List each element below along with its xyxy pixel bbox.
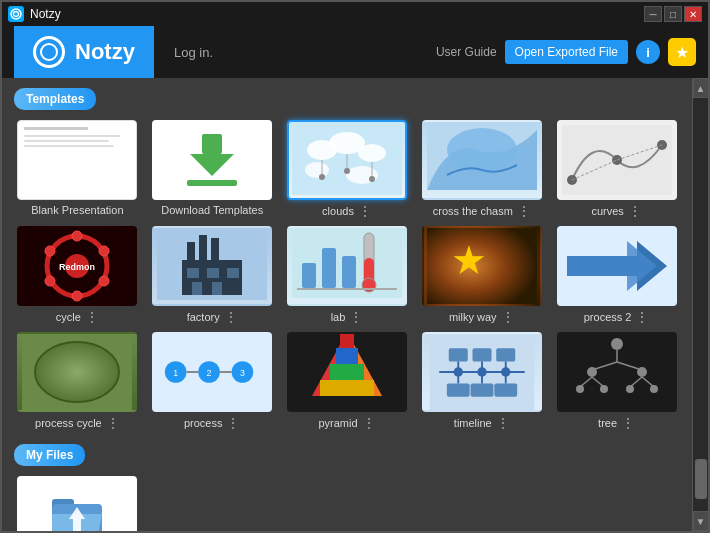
minimize-button[interactable]: ─ xyxy=(644,6,662,22)
svg-text:1: 1 xyxy=(173,368,178,378)
svg-point-96 xyxy=(637,367,647,377)
template-label-download: Download Templates xyxy=(152,204,272,216)
template-item-tree[interactable]: tree ⋮ xyxy=(553,332,680,430)
svg-text:Redmon: Redmon xyxy=(59,262,95,272)
factory-menu-icon[interactable]: ⋮ xyxy=(224,310,238,324)
template-label-cycle: cycle ⋮ xyxy=(17,310,137,324)
scrollbar[interactable]: ▲ ▼ xyxy=(692,78,708,531)
cycle-menu-icon[interactable]: ⋮ xyxy=(85,310,99,324)
template-item-cycle[interactable]: Redmon cycle ⋮ xyxy=(14,226,141,324)
template-item-factory[interactable]: factory ⋮ xyxy=(149,226,276,324)
title-bar-controls: ─ □ ✕ xyxy=(644,6,702,22)
processcycle-menu-icon[interactable]: ⋮ xyxy=(106,416,120,430)
svg-rect-88 xyxy=(470,383,493,396)
process-menu-icon[interactable]: ⋮ xyxy=(226,416,240,430)
user-guide-link[interactable]: User Guide xyxy=(436,45,497,59)
template-item-processcycle[interactable]: process cycle ⋮ xyxy=(14,332,141,430)
template-label-milkyway: milky way ⋮ xyxy=(422,310,542,324)
scroll-thumb[interactable] xyxy=(695,459,707,499)
window-title: Notzy xyxy=(30,7,61,21)
template-label-clouds: clouds ⋮ xyxy=(287,204,407,218)
lab-menu-icon[interactable]: ⋮ xyxy=(349,310,363,324)
template-label-pyramid: pyramid ⋮ xyxy=(287,416,407,430)
svg-rect-37 xyxy=(187,268,199,278)
svg-point-28 xyxy=(99,276,109,286)
template-item-pyramid[interactable]: pyramid ⋮ xyxy=(284,332,411,430)
tree-menu-icon[interactable]: ⋮ xyxy=(621,416,635,430)
svg-rect-72 xyxy=(340,332,354,348)
milkyway-menu-icon[interactable]: ⋮ xyxy=(501,310,515,324)
template-thumb-process: 1 2 3 xyxy=(152,332,272,412)
content-area: Templates Blank P xyxy=(2,78,692,531)
scroll-down-arrow[interactable]: ▼ xyxy=(693,511,709,531)
clouds-menu-icon[interactable]: ⋮ xyxy=(358,204,372,218)
template-item-lab[interactable]: lab ⋮ xyxy=(284,226,411,324)
svg-text:3: 3 xyxy=(240,368,245,378)
pyramid-menu-icon[interactable]: ⋮ xyxy=(362,416,376,430)
svg-rect-35 xyxy=(199,235,207,264)
template-thumb-timeline xyxy=(422,332,542,412)
template-item-timeline[interactable]: timeline ⋮ xyxy=(418,332,545,430)
templates-section: Templates Blank P xyxy=(14,88,680,430)
template-item-openfile[interactable]: Open File xyxy=(14,476,141,531)
svg-point-103 xyxy=(626,385,634,393)
template-label-blank: Blank Presentation xyxy=(17,204,137,216)
scroll-up-arrow[interactable]: ▲ xyxy=(693,78,709,98)
main-content: Templates Blank P xyxy=(2,78,708,531)
process2-menu-icon[interactable]: ⋮ xyxy=(635,310,649,324)
header-middle: Log in. xyxy=(154,45,436,60)
svg-rect-76 xyxy=(496,348,515,361)
template-thumb-lab xyxy=(287,226,407,306)
template-item-curves[interactable]: curves ⋮ xyxy=(553,120,680,218)
template-label-curves: curves ⋮ xyxy=(557,204,677,218)
template-thumb-download xyxy=(152,120,272,200)
app-header: Notzy Log in. User Guide Open Exported F… xyxy=(2,26,708,78)
template-label-process: process ⋮ xyxy=(152,416,272,430)
open-exported-button[interactable]: Open Exported File xyxy=(505,40,628,64)
svg-rect-43 xyxy=(302,263,316,288)
login-link[interactable]: Log in. xyxy=(174,45,213,60)
svg-rect-70 xyxy=(330,364,364,380)
template-thumb-milkyway: ★ xyxy=(422,226,542,306)
svg-point-95 xyxy=(587,367,597,377)
timeline-menu-icon[interactable]: ⋮ xyxy=(496,416,510,430)
svg-point-6 xyxy=(305,162,329,178)
svg-rect-40 xyxy=(192,282,202,295)
template-item-process2[interactable]: process 2 ⋮ xyxy=(553,226,680,324)
svg-rect-39 xyxy=(227,268,239,278)
template-item-download[interactable]: Download Templates xyxy=(149,120,276,218)
template-item-process[interactable]: 1 2 3 process ⋮ xyxy=(149,332,276,430)
info-button[interactable]: i xyxy=(636,40,660,64)
template-thumb-pyramid xyxy=(287,332,407,412)
chasm-menu-icon[interactable]: ⋮ xyxy=(517,204,531,218)
template-thumb-process2 xyxy=(557,226,677,306)
template-item-milkyway[interactable]: ★ milky way ⋮ xyxy=(418,226,545,324)
template-thumb-clouds xyxy=(287,120,407,200)
logo-icon-inner xyxy=(40,43,58,61)
template-item-chasm[interactable]: cross the chasm ⋮ xyxy=(418,120,545,218)
template-item-clouds[interactable]: clouds ⋮ xyxy=(284,120,411,218)
svg-rect-89 xyxy=(494,383,517,396)
title-bar: Notzy ─ □ ✕ xyxy=(2,2,708,26)
svg-point-27 xyxy=(99,246,109,256)
svg-point-15 xyxy=(447,128,517,172)
template-item-blank[interactable]: Blank Presentation xyxy=(14,120,141,218)
template-label-chasm: cross the chasm ⋮ xyxy=(422,204,542,218)
template-thumb-blank xyxy=(17,120,137,200)
svg-point-0 xyxy=(11,9,21,19)
svg-point-1 xyxy=(14,12,19,17)
template-label-factory: factory ⋮ xyxy=(152,310,272,324)
svg-point-102 xyxy=(600,385,608,393)
svg-point-30 xyxy=(45,276,55,286)
close-button[interactable]: ✕ xyxy=(684,6,702,22)
svg-point-13 xyxy=(369,176,375,182)
favorite-button[interactable]: ★ xyxy=(668,38,696,66)
maximize-button[interactable]: □ xyxy=(664,6,682,22)
template-label-processcycle: process cycle ⋮ xyxy=(17,416,137,430)
templates-label: Templates xyxy=(14,88,96,110)
title-bar-left: Notzy xyxy=(8,6,61,22)
svg-rect-49 xyxy=(297,288,397,290)
template-grid: Blank Presentation xyxy=(14,120,680,430)
svg-rect-41 xyxy=(212,282,222,295)
curves-menu-icon[interactable]: ⋮ xyxy=(628,204,642,218)
